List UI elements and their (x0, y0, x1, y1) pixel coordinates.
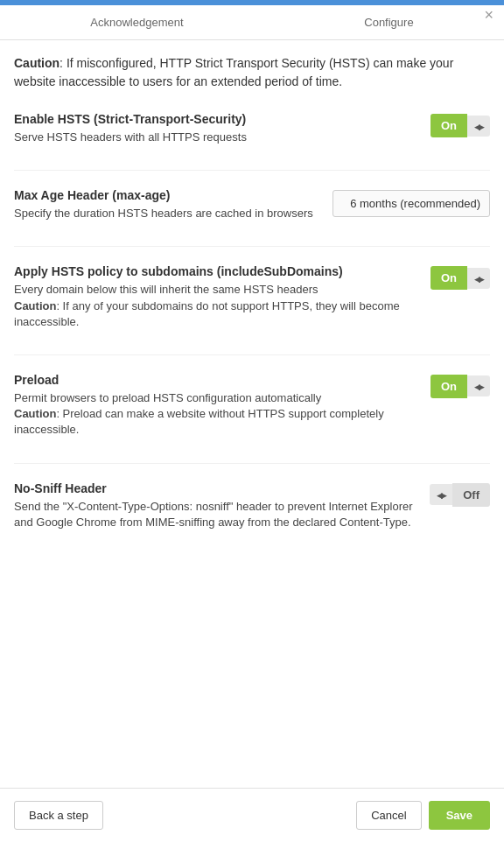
setting-max-age-desc: Specify the duration HSTS headers are ca… (14, 206, 318, 221)
toggle-no-sniff-arrow[interactable] (430, 484, 452, 505)
divider-4 (14, 463, 490, 464)
setting-preload-caution-text: : Preload can make a website without HTT… (14, 407, 384, 436)
tab-bar: Acknowledgement Configure (0, 5, 504, 39)
toggle-arrow-icon (474, 121, 483, 131)
setting-no-sniff-title: No-Sniff Header (14, 481, 416, 495)
setting-max-age-title: Max Age Header (max-age) (14, 188, 318, 202)
toggle-subdomains-arrow[interactable] (467, 268, 490, 289)
tab-configure[interactable]: Configure (364, 16, 413, 29)
setting-subdomains-desc-plain: Every domain below this will inherit the… (14, 283, 318, 296)
setting-enable-hsts: Enable HSTS (Strict-Transport-Security) … (14, 112, 490, 145)
setting-max-age: Max Age Header (max-age) Specify the dur… (14, 188, 490, 221)
divider-2 (14, 246, 490, 247)
setting-preload: Preload Permit browsers to preload HSTS … (14, 373, 490, 439)
setting-preload-caution-bold: Caution (14, 407, 56, 420)
setting-enable-hsts-desc: Serve HSTS headers with all HTTPS reques… (14, 130, 416, 145)
toggle-enable-hsts: On (430, 114, 490, 137)
setting-subdomains-caution-text: : If any of your subdomains do not suppo… (14, 299, 400, 328)
setting-subdomains-caution-bold: Caution (14, 299, 56, 312)
caution-text: Caution: If misconfigured, HTTP Strict T… (14, 54, 490, 91)
setting-enable-hsts-title: Enable HSTS (Strict-Transport-Security) (14, 112, 416, 126)
caution-bold: Caution (14, 56, 60, 70)
toggle-subdomains-button[interactable]: On (430, 266, 467, 290)
setting-preload-text: Preload Permit browsers to preload HSTS … (14, 373, 430, 439)
modal-container: Acknowledgement Configure × Caution: If … (0, 0, 504, 630)
toggle-enable-hsts-arrow[interactable] (467, 116, 490, 137)
footer-right: Cancel Save (356, 801, 490, 830)
setting-subdomains-desc: Every domain below this will inherit the… (14, 282, 416, 330)
setting-preload-desc-plain: Permit browsers to preload HSTS configur… (14, 391, 321, 404)
toggle-preload-arrow-icon (474, 381, 483, 391)
select-max-age-value[interactable]: 6 months (recommended) (332, 190, 490, 217)
back-button[interactable]: Back a step (14, 801, 103, 830)
modal-content: Caution: If misconfigured, HTTP Strict T… (0, 40, 504, 630)
select-max-age[interactable]: 6 months (recommended) (332, 190, 490, 217)
divider-1 (14, 170, 490, 171)
toggle-no-sniff: Off (430, 483, 490, 507)
toggle-no-sniff-button[interactable]: Off (452, 483, 490, 507)
modal-footer: Back a step Cancel Save (0, 788, 504, 842)
footer-spacer (14, 555, 490, 616)
toggle-preload-arrow[interactable] (467, 375, 490, 396)
caution-body: : If misconfigured, HTTP Strict Transpor… (14, 56, 453, 88)
close-button[interactable]: × (484, 7, 494, 23)
toggle-enable-hsts-button[interactable]: On (430, 114, 467, 137)
modal-header: Acknowledgement Configure × (0, 0, 504, 40)
cancel-button[interactable]: Cancel (356, 801, 421, 830)
setting-no-sniff: No-Sniff Header Send the "X-Content-Type… (14, 481, 490, 530)
setting-enable-hsts-text: Enable HSTS (Strict-Transport-Security) … (14, 112, 430, 145)
toggle-subdomains: On (430, 266, 490, 290)
setting-subdomains-text: Apply HSTS policy to subdomains (include… (14, 264, 430, 330)
divider-3 (14, 354, 490, 355)
toggle-no-sniff-arrow-icon (437, 489, 445, 500)
setting-max-age-text: Max Age Header (max-age) Specify the dur… (14, 188, 332, 221)
setting-subdomains: Apply HSTS policy to subdomains (include… (14, 264, 490, 330)
save-button[interactable]: Save (429, 801, 490, 830)
setting-preload-desc: Permit browsers to preload HSTS configur… (14, 390, 416, 439)
toggle-subdomains-arrow-icon (474, 273, 483, 284)
setting-subdomains-title: Apply HSTS policy to subdomains (include… (14, 264, 416, 278)
toggle-preload-button[interactable]: On (430, 375, 467, 398)
setting-no-sniff-text: No-Sniff Header Send the "X-Content-Type… (14, 481, 430, 530)
footer-left: Back a step (14, 801, 103, 830)
setting-no-sniff-desc: Send the "X-Content-Type-Options: nosnif… (14, 499, 416, 530)
toggle-preload: On (430, 375, 490, 398)
tab-acknowledgement[interactable]: Acknowledgement (90, 16, 183, 29)
setting-preload-title: Preload (14, 373, 416, 387)
